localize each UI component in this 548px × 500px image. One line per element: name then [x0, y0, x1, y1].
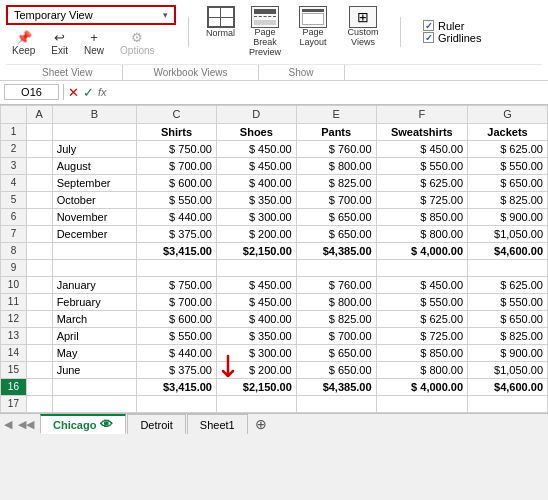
row-number-12[interactable]: 12	[1, 310, 27, 327]
cell-r6-c0[interactable]	[26, 208, 52, 225]
cell-r9-c4[interactable]	[296, 259, 376, 276]
cell-r2-c0[interactable]	[26, 140, 52, 157]
cell-r11-c0[interactable]	[26, 293, 52, 310]
cell-r15-c5[interactable]: $ 800.00	[376, 361, 468, 378]
cell-r10-c1[interactable]: January	[52, 276, 137, 293]
cell-r13-c1[interactable]: April	[52, 327, 137, 344]
cell-r5-c3[interactable]: $ 350.00	[216, 191, 296, 208]
cell-r2-c6[interactable]: $ 625.00	[468, 140, 548, 157]
row-number-9[interactable]: 9	[1, 259, 27, 276]
cell-r4-c0[interactable]	[26, 174, 52, 191]
cell-r6-c6[interactable]: $ 900.00	[468, 208, 548, 225]
cell-r3-c3[interactable]: $ 450.00	[216, 157, 296, 174]
row-number-8[interactable]: 8	[1, 242, 27, 259]
cell-r1-c6[interactable]: Jackets	[468, 123, 548, 140]
cell-r14-c3[interactable]: $ 300.00	[216, 344, 296, 361]
cell-r14-c4[interactable]: $ 650.00	[296, 344, 376, 361]
cell-r9-c5[interactable]	[376, 259, 468, 276]
gridlines-checkbox[interactable]	[423, 32, 434, 43]
confirm-formula-icon[interactable]: ✓	[83, 85, 94, 100]
cell-r2-c5[interactable]: $ 450.00	[376, 140, 468, 157]
row-number-7[interactable]: 7	[1, 225, 27, 242]
cell-r6-c5[interactable]: $ 850.00	[376, 208, 468, 225]
cell-r12-c1[interactable]: March	[52, 310, 137, 327]
cell-r1-c1[interactable]	[52, 123, 137, 140]
keep-button[interactable]: 📌 Keep	[6, 28, 41, 58]
cell-r11-c1[interactable]: February	[52, 293, 137, 310]
cell-r17-c6[interactable]	[468, 395, 548, 412]
cell-r14-c1[interactable]: May	[52, 344, 137, 361]
cell-r17-c4[interactable]	[296, 395, 376, 412]
cell-r7-c3[interactable]: $ 200.00	[216, 225, 296, 242]
cell-r8-c6[interactable]: $4,600.00	[468, 242, 548, 259]
view-dropdown[interactable]: Temporary View ▾	[6, 5, 176, 25]
new-button[interactable]: + New	[78, 28, 110, 58]
tab-nav-first[interactable]: ◀◀	[18, 418, 34, 431]
cell-r5-c1[interactable]: October	[52, 191, 137, 208]
col-header-d[interactable]: D	[216, 105, 296, 123]
row-number-10[interactable]: 10	[1, 276, 27, 293]
cell-r16-c6[interactable]: $4,600.00	[468, 378, 548, 395]
cell-r12-c5[interactable]: $ 625.00	[376, 310, 468, 327]
cell-r15-c4[interactable]: $ 650.00	[296, 361, 376, 378]
cell-r9-c1[interactable]	[52, 259, 137, 276]
row-number-4[interactable]: 4	[1, 174, 27, 191]
row-number-16[interactable]: 16	[1, 378, 27, 395]
cell-r8-c0[interactable]	[26, 242, 52, 259]
cell-r5-c0[interactable]	[26, 191, 52, 208]
cell-r2-c2[interactable]: $ 750.00	[137, 140, 217, 157]
cell-r12-c6[interactable]: $ 650.00	[468, 310, 548, 327]
cell-r10-c0[interactable]	[26, 276, 52, 293]
row-number-6[interactable]: 6	[1, 208, 27, 225]
cell-r1-c3[interactable]: Shoes	[216, 123, 296, 140]
cell-r11-c6[interactable]: $ 550.00	[468, 293, 548, 310]
cell-r8-c2[interactable]: $3,415.00	[137, 242, 217, 259]
row-number-13[interactable]: 13	[1, 327, 27, 344]
row-number-17[interactable]: 17	[1, 395, 27, 412]
cell-r2-c4[interactable]: $ 760.00	[296, 140, 376, 157]
cell-r14-c2[interactable]: $ 440.00	[137, 344, 217, 361]
cell-r10-c6[interactable]: $ 625.00	[468, 276, 548, 293]
cell-r9-c0[interactable]	[26, 259, 52, 276]
cell-r7-c4[interactable]: $ 650.00	[296, 225, 376, 242]
cell-r17-c1[interactable]	[52, 395, 137, 412]
cell-r2-c3[interactable]: $ 450.00	[216, 140, 296, 157]
cell-r10-c5[interactable]: $ 450.00	[376, 276, 468, 293]
cell-r2-c1[interactable]: July	[52, 140, 137, 157]
row-number-3[interactable]: 3	[1, 157, 27, 174]
cell-r10-c4[interactable]: $ 760.00	[296, 276, 376, 293]
cell-r7-c6[interactable]: $1,050.00	[468, 225, 548, 242]
cell-r15-c1[interactable]: June	[52, 361, 137, 378]
cell-r10-c2[interactable]: $ 750.00	[137, 276, 217, 293]
cell-r13-c6[interactable]: $ 825.00	[468, 327, 548, 344]
options-button[interactable]: ⚙ Options	[114, 28, 160, 58]
cell-r15-c3[interactable]: $ 200.00	[216, 361, 296, 378]
cell-r7-c0[interactable]	[26, 225, 52, 242]
cell-r13-c3[interactable]: $ 350.00	[216, 327, 296, 344]
cell-r1-c2[interactable]: Shirts	[137, 123, 217, 140]
cell-r3-c6[interactable]: $ 550.00	[468, 157, 548, 174]
cell-r4-c3[interactable]: $ 400.00	[216, 174, 296, 191]
cell-r4-c1[interactable]: September	[52, 174, 137, 191]
cell-r8-c1[interactable]	[52, 242, 137, 259]
cell-r15-c6[interactable]: $1,050.00	[468, 361, 548, 378]
cell-r11-c2[interactable]: $ 700.00	[137, 293, 217, 310]
cell-r6-c3[interactable]: $ 300.00	[216, 208, 296, 225]
cell-r13-c5[interactable]: $ 725.00	[376, 327, 468, 344]
cell-r16-c1[interactable]	[52, 378, 137, 395]
cell-r15-c2[interactable]: $ 375.00	[137, 361, 217, 378]
cell-r4-c4[interactable]: $ 825.00	[296, 174, 376, 191]
tab-chicago[interactable]: Chicago 👁	[40, 414, 126, 434]
cell-r14-c5[interactable]: $ 850.00	[376, 344, 468, 361]
cancel-formula-icon[interactable]: ✕	[68, 85, 79, 100]
cell-r9-c6[interactable]	[468, 259, 548, 276]
col-header-c[interactable]: C	[137, 105, 217, 123]
custom-views-button[interactable]: ⊞ Custom Views	[338, 4, 388, 50]
cell-r15-c0[interactable]	[26, 361, 52, 378]
cell-r13-c4[interactable]: $ 700.00	[296, 327, 376, 344]
cell-r1-c5[interactable]: Sweatshirts	[376, 123, 468, 140]
cell-r14-c0[interactable]	[26, 344, 52, 361]
cell-r13-c0[interactable]	[26, 327, 52, 344]
cell-r7-c2[interactable]: $ 375.00	[137, 225, 217, 242]
cell-r16-c5[interactable]: $ 4,000.00	[376, 378, 468, 395]
